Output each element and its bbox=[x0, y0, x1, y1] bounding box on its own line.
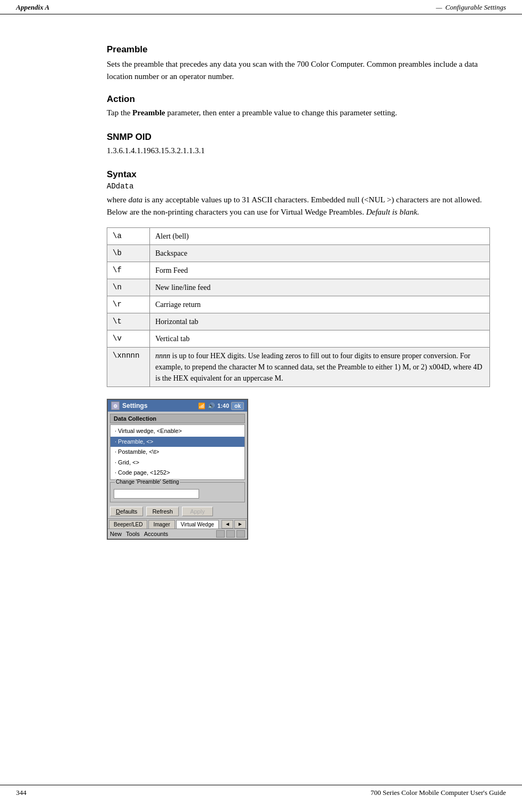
table-row-desc: Vertical tab bbox=[150, 330, 490, 348]
table-row-desc: Form Feed bbox=[150, 262, 490, 279]
device-tabs: Beeper/LEDImagerVirtual Wedge ◄ ► bbox=[108, 518, 247, 529]
table-row-code: \n bbox=[107, 279, 150, 296]
device-tab-virtual-wedge[interactable]: Virtual Wedge bbox=[176, 520, 219, 529]
device-tab-imager[interactable]: Imager bbox=[148, 520, 175, 529]
apply-button[interactable]: Apply bbox=[182, 507, 213, 516]
syntax-heading: Syntax bbox=[107, 169, 490, 180]
menubar-icon-1[interactable] bbox=[226, 530, 235, 538]
device-list-item[interactable]: · Postamble, <\t> bbox=[110, 447, 244, 458]
table-row-desc: Carriage return bbox=[150, 296, 490, 313]
table-row: \nNew line/line feed bbox=[107, 279, 490, 296]
titlebar-time: 1:40 bbox=[217, 403, 229, 409]
table-row: \fForm Feed bbox=[107, 262, 490, 279]
table-row-code: \t bbox=[107, 313, 150, 330]
table-row: \tHorizontal tab bbox=[107, 313, 490, 330]
snmpoid-value: 1.3.6.1.4.1.1963.15.3.2.1.1.3.1 bbox=[107, 145, 490, 157]
preamble-input[interactable] bbox=[114, 489, 199, 499]
char-table: \aAlert (bell)\bBackspace\fForm Feed\nNe… bbox=[107, 227, 490, 387]
action-body-bold: Preamble bbox=[132, 108, 165, 117]
content-area: Preamble Sets the preamble that precedes… bbox=[0, 14, 522, 572]
header-separator: — bbox=[436, 3, 442, 12]
table-row-desc: nnnn is up to four HEX digits. Use leadi… bbox=[150, 348, 490, 387]
device-menubar: NewToolsAccounts bbox=[108, 529, 247, 539]
tab-arrow-left[interactable]: ◄ bbox=[222, 520, 233, 529]
device-list-item[interactable]: · Virtual wedge, <Enable> bbox=[110, 426, 244, 437]
header-right: Configurable Settings bbox=[445, 3, 506, 12]
syntax-body-prefix: where bbox=[107, 195, 128, 204]
tab-arrow-group: ◄ ► bbox=[222, 520, 246, 529]
footer-page-number: 344 bbox=[16, 789, 27, 797]
defaults-button[interactable]: Defaults bbox=[110, 507, 143, 516]
table-row-code: \b bbox=[107, 245, 150, 262]
syntax-body-italic: data bbox=[128, 195, 143, 204]
device-section-label: Data Collection bbox=[110, 414, 245, 423]
device-titlebar: ⚙ Settings 📶 🔊 1:40 ok bbox=[108, 400, 247, 412]
settings-icon: ⚙ bbox=[111, 401, 120, 410]
page-footer: 344 700 Series Color Mobile Computer Use… bbox=[0, 785, 522, 797]
menubar-icons bbox=[216, 530, 245, 538]
device-change-box: Change 'Preamble' Setting bbox=[110, 482, 245, 502]
menubar-icon-0[interactable] bbox=[216, 530, 225, 538]
table-row: \aAlert (bell) bbox=[107, 228, 490, 245]
syntax-code: ADdata bbox=[107, 182, 490, 191]
device-buttons: Defaults Refresh Apply bbox=[108, 504, 247, 518]
preamble-heading: Preamble bbox=[107, 44, 490, 55]
tab-arrow-right[interactable]: ► bbox=[234, 520, 246, 529]
header-left: Appendix A bbox=[16, 3, 433, 12]
device-list: · Virtual wedge, <Enable>· Preamble, <>·… bbox=[110, 424, 245, 480]
menubar-item-new[interactable]: New bbox=[110, 531, 122, 537]
table-row-desc: Horizontal tab bbox=[150, 313, 490, 330]
menubar-item-accounts[interactable]: Accounts bbox=[144, 531, 168, 537]
table-row: \vVertical tab bbox=[107, 330, 490, 348]
menubar-item-tools[interactable]: Tools bbox=[126, 531, 140, 537]
action-body-suffix: parameter, then enter a preamble value t… bbox=[165, 108, 397, 117]
preamble-body: Sets the preamble that precedes any data… bbox=[107, 58, 490, 82]
table-row-code: \a bbox=[107, 228, 150, 245]
device-list-item[interactable]: · Grid, <> bbox=[110, 458, 244, 468]
defaults-label-rest: efaults bbox=[120, 508, 137, 515]
page-header: Appendix A — Configurable Settings bbox=[0, 0, 522, 14]
device-tab-beeper-led[interactable]: Beeper/LED bbox=[109, 520, 147, 529]
device-list-item[interactable]: · Code page, <1252> bbox=[110, 468, 244, 478]
change-box-label: Change 'Preamble' Setting bbox=[115, 479, 180, 485]
syntax-body-italic2: Default is blank. bbox=[366, 208, 420, 216]
titlebar-title: Settings bbox=[122, 402, 147, 409]
table-row-desc: New line/line feed bbox=[150, 279, 490, 296]
action-body: Tap the Preamble parameter, then enter a… bbox=[107, 107, 490, 119]
table-row-desc: Alert (bell) bbox=[150, 228, 490, 245]
table-row-code: \f bbox=[107, 262, 150, 279]
menubar-icon-2[interactable] bbox=[236, 530, 245, 538]
table-row: \xnnnnnnnn is up to four HEX digits. Use… bbox=[107, 348, 490, 387]
table-row-code: \v bbox=[107, 330, 150, 348]
ok-button[interactable]: ok bbox=[231, 402, 244, 410]
device-screenshot: ⚙ Settings 📶 🔊 1:40 ok Data Collection ·… bbox=[107, 399, 248, 540]
table-row: \rCarriage return bbox=[107, 296, 490, 313]
action-heading: Action bbox=[107, 94, 490, 105]
syntax-body: where data is any acceptable values up t… bbox=[107, 194, 490, 218]
table-row: \bBackspace bbox=[107, 245, 490, 262]
signal-icon: 📶 bbox=[198, 403, 205, 409]
table-row-code: \r bbox=[107, 296, 150, 313]
table-row-code: \xnnnn bbox=[107, 348, 150, 387]
page-container: Appendix A — Configurable Settings Pream… bbox=[0, 0, 522, 812]
titlebar-left: ⚙ Settings bbox=[111, 401, 147, 410]
action-body-prefix: Tap the bbox=[107, 108, 132, 117]
footer-book-title: 700 Series Color Mobile Computer User's … bbox=[370, 789, 506, 797]
device-list-item[interactable]: · Preamble, <> bbox=[110, 437, 244, 447]
snmpoid-heading: SNMP OID bbox=[107, 132, 490, 143]
syntax-body-suffix: is any acceptable values up to 31 ASCII … bbox=[107, 195, 482, 216]
titlebar-right: 📶 🔊 1:40 ok bbox=[198, 402, 244, 410]
volume-icon: 🔊 bbox=[208, 403, 215, 409]
defaults-underline: D bbox=[116, 508, 120, 515]
table-row-desc: Backspace bbox=[150, 245, 490, 262]
refresh-button[interactable]: Refresh bbox=[146, 507, 179, 516]
